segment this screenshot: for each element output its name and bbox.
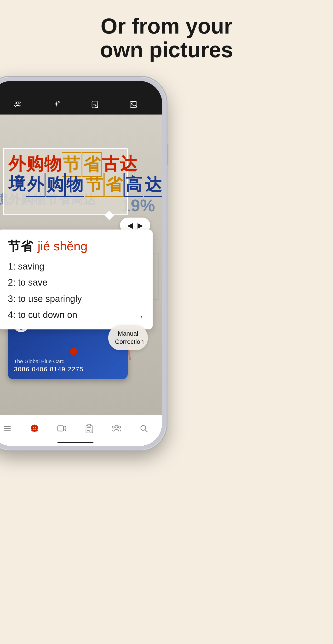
svg-point-2	[19, 102, 20, 103]
svg-rect-44	[88, 424, 90, 426]
bottom-nav	[0, 415, 162, 446]
nav-community[interactable]	[107, 419, 126, 438]
sparkle-icon[interactable]	[50, 98, 62, 110]
svg-point-40	[32, 429, 34, 432]
phone-screen: 境外购物节省高达 19% 最便捷的退税方式 购入、购物、刷卡、省钱 外 购 物 …	[0, 81, 162, 446]
manual-correction-button[interactable]: Manual Correction	[108, 325, 148, 350]
svg-rect-42	[58, 426, 64, 431]
svg-point-52	[118, 426, 121, 428]
page-title: Or from your own pictures	[59, 14, 274, 62]
svg-rect-13	[130, 102, 137, 107]
svg-point-14	[132, 103, 133, 104]
svg-point-39	[35, 425, 38, 428]
status-bar	[0, 81, 162, 94]
ocr-char: 物	[65, 173, 84, 197]
definition-word: 节省	[8, 238, 33, 255]
ocr-char: 节	[85, 173, 104, 197]
svg-point-38	[32, 425, 34, 428]
svg-line-54	[145, 430, 147, 432]
red-dot-indicator	[70, 348, 78, 355]
svg-point-41	[35, 429, 38, 432]
nav-scan[interactable]	[80, 419, 99, 438]
nav-search[interactable]	[134, 419, 153, 438]
gallery-icon[interactable]	[128, 98, 140, 110]
top-toolbar	[0, 94, 162, 114]
ocr-char: 高	[124, 173, 143, 197]
definition-popup: 节省 jié shěng 1: saving 2: to save 3: to …	[0, 230, 152, 330]
home-indicator	[58, 442, 94, 443]
prev-arrow[interactable]: ◀	[127, 221, 133, 230]
ocr-line-2: 境 外 购 物 节 省 高 达	[8, 173, 162, 197]
definition-pinyin: jié shěng	[38, 239, 88, 253]
search-doc-icon[interactable]	[89, 98, 101, 110]
nav-flower[interactable]	[25, 419, 44, 438]
ocr-char: 境	[8, 173, 26, 197]
svg-point-50	[115, 425, 118, 428]
nav-menu[interactable]	[0, 419, 17, 438]
camera-area: 境外购物节省高达 19% 最便捷的退税方式 购入、购物、刷卡、省钱 外 购 物 …	[0, 114, 162, 415]
next-arrow[interactable]: ▶	[138, 221, 143, 230]
ocr-char: 外	[26, 173, 45, 197]
svg-point-0	[16, 102, 19, 104]
svg-line-12	[97, 107, 98, 108]
def-meaning-2: 2: to save	[8, 277, 143, 288]
def-meaning-3: 3: to use sparingly	[8, 293, 143, 305]
svg-point-51	[112, 426, 114, 428]
more-details-arrow[interactable]: →	[134, 311, 144, 322]
ocr-char: 达	[144, 173, 162, 197]
ocr-selection-box: 外 购 物 节 省 古 达 境 外 购 物 节 省 高 达	[3, 148, 128, 215]
focus-icon[interactable]	[12, 98, 24, 110]
card-subtitle: The Global Blue Card	[14, 358, 65, 365]
def-meaning-4: 4: to cut down on	[8, 309, 143, 321]
nav-video[interactable]	[52, 419, 72, 438]
svg-point-33	[33, 427, 36, 430]
svg-point-1	[15, 102, 16, 103]
card-number: 3086 0406 8149 2275	[14, 366, 84, 373]
ocr-char: 省	[104, 173, 124, 197]
notch	[52, 81, 100, 91]
power-button	[166, 144, 168, 165]
ocr-char: 购	[46, 173, 65, 197]
def-meaning-1: 1: saving	[8, 261, 143, 272]
phone-frame: 境外购物节省高达 19% 最便捷的退税方式 购入、购物、刷卡、省钱 外 购 物 …	[0, 77, 166, 450]
